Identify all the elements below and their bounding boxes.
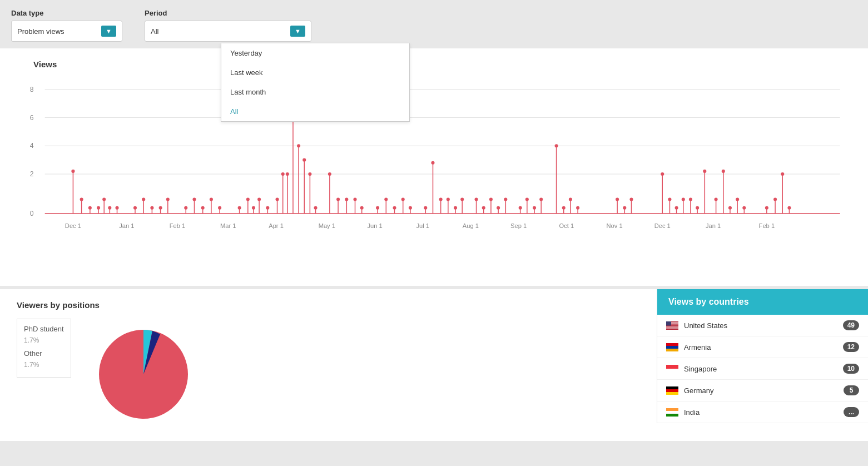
svg-point-33 [97,206,100,210]
option-last-week[interactable]: Last week [221,63,409,82]
svg-point-133 [533,206,536,210]
svg-point-177 [773,198,777,201]
svg-point-159 [689,198,692,201]
country-am-count: 12 [843,342,859,352]
country-row: Armenia 12 [657,336,868,358]
svg-point-155 [675,206,678,210]
phd-pct: 1.7% [24,335,64,346]
option-yesterday[interactable]: Yesterday [221,43,409,63]
country-row: Germany 5 [657,380,868,401]
svg-text:Feb 1: Feb 1 [759,222,775,229]
svg-point-179 [781,172,784,176]
us-flag-icon [666,321,678,330]
sg-flag-icon [666,365,678,373]
svg-text:Sep 1: Sep 1 [510,222,527,229]
line-chart-svg: 8 6 4 2 0 Dec 1 Jan 1 Feb 1 Mar 1 Apr 1 … [17,75,851,275]
country-row: India ... [657,401,868,423]
svg-point-167 [722,170,725,173]
chart-container: 8 6 4 2 0 Dec 1 Jan 1 Feb 1 Mar 1 Apr 1 … [17,75,851,275]
svg-point-147 [623,206,626,210]
svg-point-93 [353,198,356,201]
svg-point-27 [71,170,75,173]
svg-text:Aug 1: Aug 1 [463,222,479,229]
svg-rect-200 [666,365,678,369]
svg-text:Jul 1: Jul 1 [416,222,429,229]
country-de-name: Germany [684,386,844,395]
svg-text:Jun 1: Jun 1 [367,222,382,229]
svg-point-139 [562,206,566,210]
svg-point-107 [424,206,427,210]
svg-point-67 [257,198,261,201]
chart-title: Views [33,60,851,69]
svg-point-63 [246,198,250,201]
option-last-month[interactable]: Last month [221,82,409,102]
svg-point-141 [569,198,572,201]
svg-point-163 [703,170,706,173]
svg-point-173 [742,206,746,210]
svg-rect-202 [666,386,678,389]
svg-text:Oct 1: Oct 1 [559,222,574,229]
svg-point-57 [210,198,213,201]
svg-text:4: 4 [30,142,34,150]
svg-rect-193 [666,328,678,328]
in-flag-icon [666,408,678,417]
svg-rect-194 [666,328,678,329]
svg-point-135 [539,198,543,201]
svg-point-137 [555,144,558,147]
svg-point-165 [715,198,718,201]
svg-point-51 [184,206,187,210]
phd-label: PhD student [24,324,64,335]
datatype-dropdown[interactable]: Problem views ▼ [11,21,122,42]
svg-text:May 1: May 1 [319,222,335,229]
svg-point-169 [728,206,732,210]
option-all[interactable]: All [221,102,409,121]
svg-point-181 [787,206,791,210]
chart-section: Views 8 6 4 2 0 Dec 1 Jan 1 Feb 1 Mar 1 … [0,48,868,286]
svg-text:Apr 1: Apr 1 [269,222,284,229]
de-flag-icon [666,386,678,395]
svg-rect-195 [666,329,678,329]
bottom-section: Viewers by positions PhD student 1.7% Ot… [0,289,868,441]
period-arrow-icon: ▼ [290,26,305,37]
country-in-count: ... [844,407,859,417]
svg-point-157 [682,198,685,201]
other-pct: 1.7% [24,360,64,370]
svg-rect-205 [666,408,678,411]
svg-point-175 [765,206,768,210]
svg-point-31 [88,206,92,210]
datatype-label: Data type [11,9,122,17]
svg-rect-198 [666,346,678,349]
svg-text:2: 2 [30,170,34,178]
period-dropdown[interactable]: All ▼ [145,21,311,42]
svg-point-89 [336,198,340,201]
svg-rect-201 [666,369,678,373]
svg-text:6: 6 [30,114,34,122]
svg-point-87 [328,172,331,176]
svg-point-113 [447,198,450,201]
svg-point-111 [439,198,443,201]
country-sg-count: 10 [843,364,859,374]
svg-rect-191 [666,326,678,327]
svg-point-81 [302,158,306,162]
svg-text:Jan 1: Jan 1 [119,222,134,229]
svg-rect-197 [666,343,678,346]
svg-point-125 [497,206,500,210]
svg-point-29 [80,198,83,201]
svg-point-59 [218,206,221,210]
svg-text:Dec 1: Dec 1 [654,222,671,229]
svg-point-143 [576,206,579,210]
svg-point-123 [489,198,493,201]
svg-point-43 [142,198,145,201]
svg-point-149 [629,198,633,201]
svg-point-129 [519,206,522,210]
svg-point-97 [376,206,379,210]
period-value: All [151,27,158,36]
svg-point-79 [297,144,300,147]
svg-point-131 [525,198,529,201]
svg-rect-204 [666,392,678,395]
svg-point-37 [108,206,111,210]
svg-point-153 [668,198,671,201]
svg-rect-203 [666,389,678,392]
svg-rect-199 [666,349,678,351]
svg-text:Mar 1: Mar 1 [220,222,236,229]
